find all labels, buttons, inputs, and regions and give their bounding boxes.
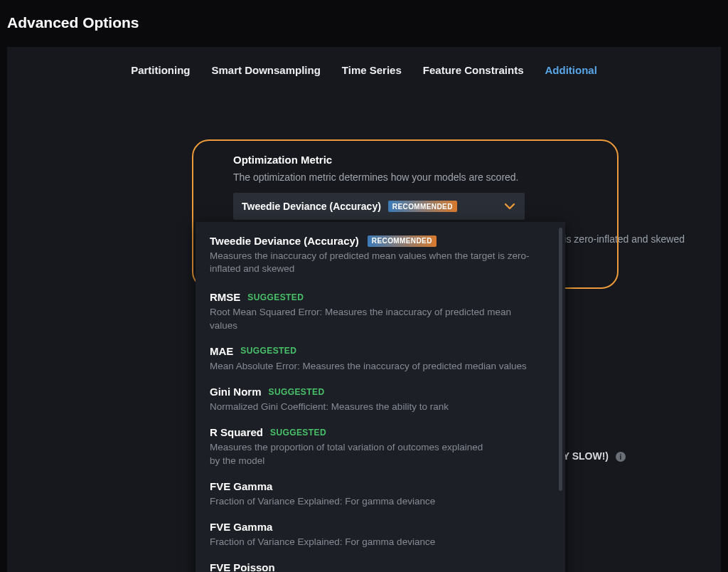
option-title: Tweedie Deviance (Accuracy) [210,235,359,247]
options-panel: Partitioning Smart Downsampling Time Ser… [7,47,721,572]
option-title: FVE Gamma [210,480,272,492]
tab-bar: Partitioning Smart Downsampling Time Ser… [7,64,721,76]
option-tweedie-deviance[interactable]: Tweedie Deviance (Accuracy) RECOMMENDED … [210,235,551,275]
option-title: Gini Norm [210,386,262,398]
tab-smart-downsampling[interactable]: Smart Downsampling [211,64,320,76]
option-fve-gamma-1[interactable]: FVE Gamma Fraction of Variance Explained… [210,480,551,508]
option-description: Measures the inaccuracy of predicted mea… [210,250,537,275]
option-title: MAE [210,345,233,357]
info-icon[interactable]: i [616,452,626,462]
select-value: Tweedie Deviance (Accuracy) [242,201,381,212]
option-title: RMSE [210,291,240,303]
tab-feature-constraints[interactable]: Feature Constraints [423,64,524,76]
page-title: Advanced Options [7,14,721,31]
option-gini-norm[interactable]: Gini Norm SUGGESTED Normalized Gini Coef… [210,386,551,413]
option-description: Normalized Gini Coefficient: Measures th… [210,401,537,413]
option-fve-poisson[interactable]: FVE Poisson Fraction of Variance Explain… [210,561,551,572]
option-description: Measures the proportion of total variati… [210,441,494,467]
suggested-badge: SUGGESTED [270,428,326,438]
option-description: Root Mean Squared Error: Measures the in… [210,306,537,332]
option-description: Fraction of Variance Explained: For gamm… [210,495,537,508]
section-title: Optimization Metric [233,154,717,166]
option-fve-gamma-2[interactable]: FVE Gamma Fraction of Variance Explained… [210,521,551,549]
tab-time-series[interactable]: Time Series [342,64,402,76]
metric-dropdown: Tweedie Deviance (Accuracy) RECOMMENDED … [196,222,565,572]
recommended-badge: RECOMMENDED [368,235,437,247]
suggested-badge: SUGGESTED [269,387,325,397]
metric-select[interactable]: Tweedie Deviance (Accuracy) RECOMMENDED [233,193,525,220]
option-title: R Squared [210,426,263,438]
suggested-badge: SUGGESTED [240,346,296,356]
recommended-badge: RECOMMENDED [388,201,457,212]
background-text-line1: get is zero-inflated and skewed [547,233,718,245]
option-title: FVE Poisson [210,561,275,572]
scrollbar[interactable] [559,228,562,491]
suggested-badge: SUGGESTED [247,292,304,302]
option-mae[interactable]: MAE SUGGESTED Mean Absolute Error: Measu… [210,345,551,373]
chevron-down-icon [505,203,515,210]
option-description: Mean Absolute Error: Measures the inaccu… [210,360,537,373]
option-r-squared[interactable]: R Squared SUGGESTED Measures the proport… [210,426,551,467]
option-rmse[interactable]: RMSE SUGGESTED Root Mean Squared Error: … [210,291,551,332]
tab-partitioning[interactable]: Partitioning [131,64,190,76]
tab-additional[interactable]: Additional [545,64,597,76]
option-title: FVE Gamma [210,521,272,533]
section-description: The optimization metric determines how y… [233,171,717,183]
optimization-metric-section: Optimization Metric The optimization met… [233,154,717,220]
option-description: Fraction of Variance Explained: For gamm… [210,536,537,549]
